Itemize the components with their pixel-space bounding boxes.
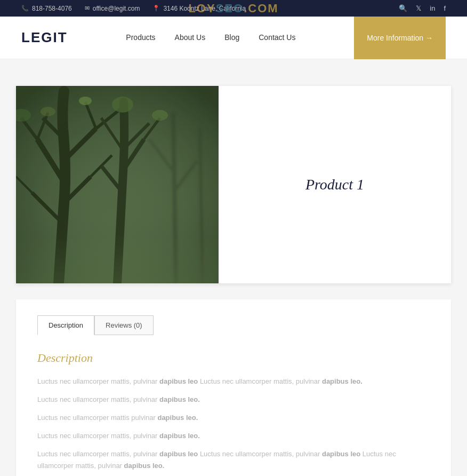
product-card: Product 1	[16, 86, 451, 283]
watermark-part1: LOY	[188, 2, 215, 15]
description-section: Description Reviews (0) Description Luct…	[16, 299, 451, 476]
tab-description[interactable]: Description	[37, 315, 94, 335]
search-link[interactable]: 🔍	[399, 4, 407, 12]
facebook-link[interactable]: f	[444, 4, 446, 12]
desc-para-5: Luctus nec ullamcorper mattis, pulvinar …	[37, 448, 430, 472]
email-icon: ✉	[85, 5, 90, 12]
watermark-part2: SEO	[216, 2, 244, 15]
tab-reviews[interactable]: Reviews (0)	[94, 315, 154, 335]
nav-contact-link[interactable]: Contact Us	[259, 33, 295, 42]
svg-rect-28	[16, 86, 219, 283]
product-title: Product 1	[305, 176, 364, 193]
product-info: Product 1	[219, 86, 451, 283]
watermark-part3: .COM	[244, 2, 278, 15]
tab-content: Description Luctus nec ullamcorper matti…	[37, 351, 430, 472]
description-heading: Description	[37, 351, 430, 365]
nav-blog-link[interactable]: Blog	[224, 33, 239, 42]
twitter-link[interactable]: 𝕏	[416, 4, 421, 12]
desc-para-1: Luctus nec ullamcorper mattis, pulvinar …	[37, 376, 430, 387]
linkedin-link[interactable]: in	[430, 4, 435, 12]
location-icon: 📍	[152, 5, 160, 12]
nav-links: Products About Us Blog Contact Us	[126, 33, 295, 42]
nav-contact[interactable]: Contact Us	[259, 33, 295, 42]
phone-number: 818-758-4076	[32, 5, 72, 12]
phone-item: 📞 818-758-4076	[21, 5, 72, 12]
nav-about-link[interactable]: About Us	[175, 33, 206, 42]
tree-illustration	[16, 86, 219, 283]
main-nav: LEGIT Products About Us Blog Contact Us …	[0, 17, 467, 59]
email-address: office@legit.com	[93, 5, 140, 12]
email-item: ✉ office@legit.com	[85, 5, 140, 12]
product-tabs: Description Reviews (0)	[37, 315, 430, 335]
nav-products-link[interactable]: Products	[126, 33, 155, 42]
top-bar: 📞 818-758-4076 ✉ office@legit.com 📍 3146…	[0, 0, 467, 17]
social-links[interactable]: 🔍 𝕏 in f	[399, 4, 446, 12]
more-info-button[interactable]: More Information →	[354, 17, 446, 59]
watermark: LOYSEO.COM	[188, 2, 278, 15]
desc-para-3: Luctus nec ullamcorper mattis pulvinar d…	[37, 412, 430, 424]
page-content: Product 1 Description Reviews (0) Descri…	[0, 59, 467, 476]
desc-para-2: Luctus nec ullamcorper mattis, pulvinar …	[37, 394, 430, 406]
nav-products[interactable]: Products	[126, 33, 155, 42]
nav-about[interactable]: About Us	[175, 33, 206, 42]
product-image	[16, 86, 219, 283]
desc-para-4: Luctus nec ullamcorper mattis, pulvinar …	[37, 430, 430, 442]
nav-blog[interactable]: Blog	[224, 33, 239, 42]
site-logo: LEGIT	[21, 29, 68, 46]
product-image-container	[16, 86, 219, 283]
phone-icon: 📞	[21, 5, 29, 12]
